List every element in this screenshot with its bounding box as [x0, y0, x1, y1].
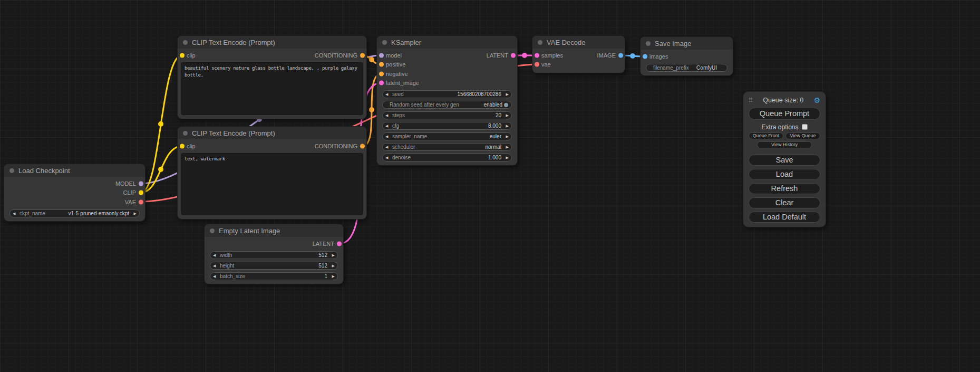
decrement-arrow-icon[interactable]: ◀	[213, 274, 218, 278]
extra-options-row: Extra options	[749, 123, 820, 130]
collapse-dot[interactable]	[183, 131, 188, 136]
output-slot-latent-dot[interactable]	[337, 241, 342, 246]
output-slot-label: CLIP	[123, 189, 136, 196]
prev-value-arrow-icon[interactable]: ◀	[385, 135, 391, 138]
widget-sampler-name[interactable]: ◀ sampler_name euler ▶	[382, 132, 512, 140]
node-graph-canvas[interactable]: Load Checkpoint MODEL CLIP VAE ◀ ckpt_na…	[0, 0, 980, 372]
negative-prompt-textarea[interactable]: text, watermark	[181, 153, 363, 215]
widget-cfg[interactable]: ◀ cfg 8.000 ▶	[382, 122, 512, 130]
widget-filename-prefix[interactable]: filename_prefix ComfyUI	[646, 64, 727, 72]
node-ksampler[interactable]: KSampler model LATENT positive negative …	[377, 36, 517, 165]
output-slot-vae-dot[interactable]	[139, 199, 143, 204]
node-vae-decode[interactable]: VAE Decode samples IMAGE vae	[532, 36, 625, 73]
output-slot-model-dot[interactable]	[139, 181, 143, 186]
increment-arrow-icon[interactable]: ▶	[503, 156, 509, 159]
collapse-dot[interactable]	[9, 168, 14, 173]
input-slot-model-dot[interactable]	[379, 53, 384, 58]
widget-value: 512	[318, 263, 327, 269]
increment-arrow-icon[interactable]: ▶	[503, 92, 509, 96]
node-load-checkpoint[interactable]: Load Checkpoint MODEL CLIP VAE ◀ ckpt_na…	[4, 164, 145, 221]
node-title-bar[interactable]: Empty Latent Image	[205, 224, 343, 237]
increment-arrow-icon[interactable]: ▶	[503, 113, 509, 117]
increment-arrow-icon[interactable]: ▶	[503, 124, 509, 128]
input-slot-negative-dot[interactable]	[379, 71, 384, 76]
node-title-bar[interactable]: VAE Decode	[532, 36, 625, 49]
slot-row-negative: negative	[377, 69, 517, 79]
input-slot-positive-dot[interactable]	[379, 62, 384, 67]
slot-row-samples: samples IMAGE	[532, 51, 625, 60]
decrement-arrow-icon[interactable]: ◀	[385, 92, 391, 96]
output-row-clip: CLIP	[4, 188, 145, 198]
output-slot-latent-dot[interactable]	[511, 53, 516, 58]
widget-label: width	[220, 252, 232, 258]
decrement-arrow-icon[interactable]: ◀	[385, 124, 391, 128]
next-value-arrow-icon[interactable]: ▶	[503, 145, 509, 149]
widget-width[interactable]: ◀ width 512 ▶	[210, 251, 338, 259]
load-default-button[interactable]: Load Default	[749, 212, 820, 223]
decrement-arrow-icon[interactable]: ◀	[213, 264, 218, 268]
refresh-button[interactable]: Refresh	[749, 183, 820, 194]
widget-steps[interactable]: ◀ steps 20 ▶	[382, 111, 512, 119]
output-slot-conditioning-dot[interactable]	[360, 144, 365, 148]
view-queue-button[interactable]: View Queue	[785, 132, 820, 139]
node-clip-text-encode-positive[interactable]: CLIP Text Encode (Prompt) clip CONDITION…	[178, 36, 366, 119]
prev-value-arrow-icon[interactable]: ◀	[385, 145, 391, 149]
node-title-bar[interactable]: Save Image	[641, 37, 733, 50]
input-slot-samples-dot[interactable]	[535, 53, 539, 58]
input-slot-clip-dot[interactable]	[180, 144, 185, 148]
collapse-dot[interactable]	[183, 40, 188, 45]
widget-label: denoise	[392, 155, 411, 160]
collapse-dot[interactable]	[210, 228, 215, 233]
load-button[interactable]: Load	[749, 169, 820, 180]
widget-label: batch_size	[220, 273, 245, 279]
wire-clip-negative-midpoint-dot	[158, 167, 163, 172]
widget-ckpt-name[interactable]: ◀ ckpt_name v1-5-pruned-emaonly.ckpt ▶	[9, 209, 140, 217]
widget-denoise[interactable]: ◀ denoise 1.000 ▶	[382, 154, 512, 161]
next-value-arrow-icon[interactable]: ▶	[131, 212, 137, 215]
output-slot-image-dot[interactable]	[618, 53, 623, 58]
decrement-arrow-icon[interactable]: ◀	[385, 113, 391, 117]
output-slot-conditioning-dot[interactable]	[360, 53, 365, 58]
increment-arrow-icon[interactable]: ▶	[329, 253, 335, 257]
prev-value-arrow-icon[interactable]: ◀	[13, 212, 18, 215]
decrement-arrow-icon[interactable]: ◀	[213, 253, 218, 257]
collapse-dot[interactable]	[538, 40, 542, 45]
node-empty-latent-image[interactable]: Empty Latent Image LATENT ◀ width 512 ▶ …	[205, 224, 343, 284]
node-title-bar[interactable]: CLIP Text Encode (Prompt)	[178, 127, 366, 139]
extra-options-checkbox[interactable]	[802, 124, 808, 130]
next-value-arrow-icon[interactable]: ▶	[503, 135, 509, 138]
collapse-dot[interactable]	[382, 40, 387, 45]
decrement-arrow-icon[interactable]: ◀	[385, 156, 391, 159]
clear-button[interactable]: Clear	[749, 197, 820, 208]
widget-random-seed-toggle[interactable]: Random seed after every gen enabled	[382, 101, 512, 109]
widget-scheduler[interactable]: ◀ scheduler normal ▶	[382, 143, 512, 151]
node-title-bar[interactable]: Load Checkpoint	[4, 164, 145, 177]
node-clip-text-encode-negative[interactable]: CLIP Text Encode (Prompt) clip CONDITION…	[178, 127, 366, 219]
view-history-button[interactable]: View History	[757, 141, 812, 148]
input-slot-label: clip	[187, 143, 196, 149]
input-slot-label: clip	[187, 52, 196, 59]
drag-handle-icon[interactable]: ⠿	[749, 97, 753, 104]
increment-arrow-icon[interactable]: ▶	[329, 264, 335, 268]
output-slot-clip-dot[interactable]	[139, 190, 143, 195]
slot-row-vae: vae	[532, 60, 625, 70]
save-button[interactable]: Save	[749, 155, 820, 166]
input-slot-latent-image-dot[interactable]	[379, 81, 384, 85]
positive-prompt-textarea[interactable]: beautiful scenery nature glass bottle la…	[181, 62, 363, 115]
widget-height[interactable]: ◀ height 512 ▶	[210, 262, 338, 270]
node-title-bar[interactable]: CLIP Text Encode (Prompt)	[178, 36, 366, 49]
node-title-bar[interactable]: KSampler	[377, 36, 517, 49]
wire-cond-positive-midpoint-dot	[369, 57, 374, 62]
input-slot-vae-dot[interactable]	[535, 62, 539, 67]
increment-arrow-icon[interactable]: ▶	[329, 274, 335, 278]
widget-value: 20	[496, 112, 501, 118]
input-slot-images-dot[interactable]	[643, 54, 647, 59]
widget-batch-size[interactable]: ◀ batch_size 1 ▶	[210, 272, 338, 280]
queue-front-button[interactable]: Queue Front	[749, 132, 783, 139]
queue-prompt-button[interactable]: Queue Prompt	[749, 108, 820, 120]
input-slot-clip-dot[interactable]	[180, 53, 185, 58]
collapse-dot[interactable]	[646, 41, 651, 46]
settings-gear-icon[interactable]: ⚙	[813, 97, 820, 104]
node-save-image[interactable]: Save Image images filename_prefix ComfyU…	[641, 37, 733, 75]
widget-seed[interactable]: ◀ seed 156680208700286 ▶	[382, 90, 512, 98]
